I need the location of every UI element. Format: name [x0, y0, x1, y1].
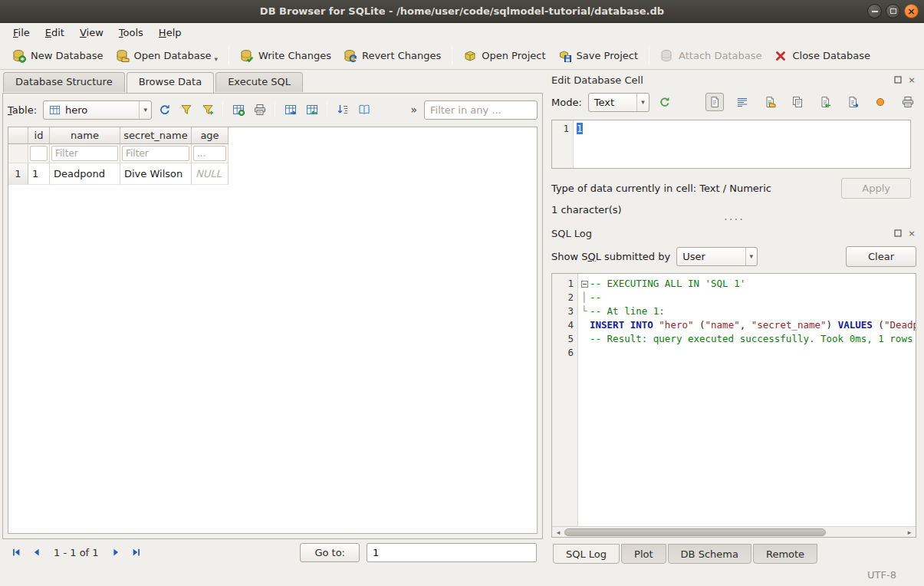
sql-source-combobox[interactable]: User ▾	[676, 247, 758, 266]
goto-input[interactable]	[367, 543, 537, 562]
edit-cell-dock-controls: ×	[893, 74, 917, 85]
fold-box-icon[interactable]	[581, 281, 588, 288]
menu-tools[interactable]: Tools	[112, 25, 150, 41]
word-wrap-button[interactable]	[733, 93, 751, 111]
menu-view[interactable]: View	[73, 25, 110, 41]
row-number[interactable]: 1	[8, 163, 28, 185]
tab-execute-sql[interactable]: Execute SQL	[215, 72, 303, 92]
cell-editor-content[interactable]: 1	[574, 120, 910, 168]
horizontal-scrollbar[interactable]: ◂ ▸	[552, 526, 916, 537]
menu-file[interactable]: File	[6, 25, 37, 41]
filter-input-id[interactable]	[30, 146, 48, 161]
menu-edit[interactable]: Edit	[38, 25, 71, 41]
cell-id[interactable]: 1	[28, 163, 50, 185]
save-filter-button[interactable]	[198, 100, 217, 120]
main-content: Database StructureBrowse DataExecute SQL…	[0, 70, 924, 564]
minimize-button[interactable]	[867, 4, 882, 18]
cell-editor-selection: 1	[577, 123, 583, 134]
save-project-button[interactable]: Save Project	[552, 46, 645, 66]
log-text: "secret_name"	[751, 319, 827, 331]
close-window-button[interactable]: ×	[904, 4, 919, 18]
filter-input-name[interactable]	[51, 146, 118, 161]
scroll-left-icon[interactable]: ◂	[552, 527, 564, 538]
chevron-down-icon[interactable]: ▾	[214, 55, 218, 63]
dock-tab-db-schema[interactable]: DB Schema	[668, 544, 751, 564]
title-bar[interactable]: DB Browser for SQLite - /home/user/code/…	[0, 0, 924, 23]
log-line: INSERT INTO "hero" ("name", "secret_name…	[579, 318, 916, 332]
fold-marker[interactable]	[579, 277, 590, 291]
filter-cell-secret_name	[120, 144, 192, 163]
dock-tab-remote[interactable]: Remote	[753, 544, 817, 564]
edit-cell-title: Edit Database Cell	[551, 74, 643, 86]
open-database-button[interactable]: Open Database▾	[110, 46, 224, 66]
write-changes-button[interactable]: Write Changes	[234, 46, 337, 66]
funnel-icon	[179, 103, 193, 117]
filter-input-secret_name[interactable]	[122, 146, 189, 161]
float-panel-icon[interactable]	[893, 74, 903, 85]
tab-database-structure[interactable]: Database Structure	[3, 72, 125, 92]
log-line-number: 5	[552, 332, 574, 346]
goto-button[interactable]: Go to:	[300, 543, 360, 562]
sort-icon	[336, 103, 350, 117]
clear-button[interactable]: Clear	[846, 246, 916, 267]
close-database-button[interactable]: Close Database	[768, 46, 876, 66]
panel-splitter[interactable]: ····	[551, 216, 917, 226]
open-project-button[interactable]: Open Project	[457, 46, 551, 66]
cell-editor[interactable]: 1 1	[551, 120, 911, 169]
float-panel-icon[interactable]	[893, 228, 903, 239]
close-panel-icon[interactable]: ×	[906, 74, 917, 85]
scroll-right-icon[interactable]: ▸	[903, 527, 916, 538]
filter-any-input[interactable]	[424, 100, 538, 120]
sql-log-view[interactable]: 123456 -- EXECUTING ALL IN 'SQL 1'│--└--…	[551, 273, 916, 538]
cell-secret_name[interactable]: Dive Wilson	[120, 163, 192, 185]
dock-tab-sql-log[interactable]: SQL Log	[553, 544, 620, 564]
set-null-button[interactable]	[871, 93, 889, 111]
print-cell-button[interactable]	[899, 93, 917, 111]
clear-filters-button[interactable]	[176, 100, 196, 120]
browse-toolbar: Table: hero ▾ »	[8, 98, 538, 121]
last-page-button[interactable]	[127, 544, 146, 561]
export-record-button[interactable]	[281, 100, 300, 120]
toolbar-separator	[229, 47, 229, 64]
export-data-button[interactable]	[843, 93, 862, 111]
new-database-button[interactable]: New Database	[6, 46, 110, 66]
main-toolbar: New DatabaseOpen Database▾Write ChangesR…	[0, 42, 924, 70]
filter-input-age[interactable]	[193, 146, 226, 161]
table-combobox[interactable]: hero ▾	[43, 100, 152, 120]
apply-button[interactable]: Apply	[841, 178, 911, 199]
column-header-id[interactable]: id	[28, 127, 50, 144]
cell-name[interactable]: Deadpond	[50, 163, 120, 185]
column-header-age[interactable]: age	[192, 127, 229, 144]
toolbar-separator	[649, 47, 649, 64]
refresh-button[interactable]	[155, 100, 174, 120]
sort-button[interactable]	[333, 100, 352, 120]
grid-export-icon	[284, 103, 298, 117]
cell-age[interactable]: NULL	[192, 163, 229, 185]
dock-tab-plot[interactable]: Plot	[621, 544, 666, 564]
first-page-button[interactable]	[7, 544, 25, 561]
write-changes-button-label: Write Changes	[258, 50, 331, 61]
maximize-button[interactable]	[886, 4, 900, 18]
import-record-button[interactable]	[302, 100, 321, 120]
column-header-name[interactable]: name	[50, 127, 120, 144]
new-record-button[interactable]	[229, 100, 248, 120]
copy-data-button[interactable]	[788, 93, 807, 111]
previous-page-button[interactable]	[28, 544, 46, 561]
menu-help[interactable]: Help	[152, 25, 189, 41]
text-view-button[interactable]	[705, 93, 724, 111]
log-line: │--	[579, 291, 916, 305]
toolbar-overflow-chevron[interactable]: »	[406, 104, 421, 116]
open-data-button[interactable]	[761, 93, 779, 111]
mode-combobox[interactable]: Text ▾	[588, 93, 649, 112]
dictionary-button[interactable]	[354, 100, 373, 120]
print-button[interactable]	[250, 100, 269, 120]
import-data-button[interactable]	[816, 93, 834, 111]
close-panel-icon[interactable]: ×	[906, 228, 917, 239]
scrollbar-thumb[interactable]	[564, 528, 826, 536]
next-page-button[interactable]	[107, 544, 125, 561]
column-header-secret_name[interactable]: secret_name	[120, 127, 192, 144]
tab-browse-data[interactable]: Browse Data	[127, 72, 215, 93]
revert-changes-button[interactable]: Revert Changes	[337, 46, 447, 66]
null-icon	[873, 95, 887, 109]
auto-switch-mode-button[interactable]	[656, 93, 675, 112]
